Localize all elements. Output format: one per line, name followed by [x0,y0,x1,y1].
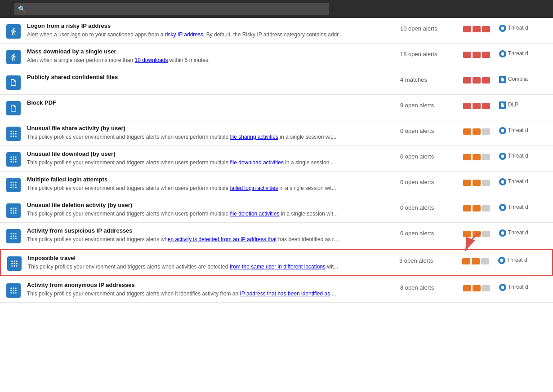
svg-point-8 [15,136,17,137]
svg-point-3 [10,131,12,132]
policy-row[interactable]: Block PDF 9 open alerts DLP [0,95,553,120]
svg-point-19 [13,185,14,186]
threat-icon [499,153,506,160]
policy-severity [463,48,499,64]
policy-description: This policy profiles your environment an… [27,133,391,141]
policy-icon-cell [0,99,27,115]
policy-alerts: 0 open alerts [400,176,463,192]
policy-icon-cell [0,176,27,192]
policy-row[interactable]: Unusual file deletion activity (by user)… [0,197,553,223]
policy-severity [463,74,499,90]
svg-point-61 [10,292,12,294]
policy-type: Threat d [499,227,553,243]
svg-point-24 [10,187,12,188]
svg-point-28 [13,210,14,211]
svg-point-47 [14,263,15,264]
svg-point-45 [15,238,17,239]
policy-row[interactable]: Activity from suspicious IP addresses Th… [0,223,553,248]
policy-type-label: Threat d [508,153,528,159]
policy-icon-cell [0,48,27,64]
policy-type-label: Threat d [508,50,528,57]
search-input[interactable] [14,3,329,15]
policy-name[interactable]: Multiple failed login attempts [27,176,391,183]
svg-point-26 [15,187,17,188]
policy-row[interactable]: Impossible travel This policy profiles y… [0,249,553,276]
svg-point-32 [15,207,17,209]
policy-alerts: 8 open alerts [400,282,463,298]
policy-icon-cell [0,22,27,39]
svg-point-55 [10,290,12,291]
policy-content: Activity from anonymous IP addresses Thi… [27,282,400,298]
svg-point-46 [11,263,13,264]
policy-row[interactable]: Unusual file download (by user) This pol… [0,146,553,172]
policy-severity [463,176,499,192]
svg-point-59 [13,287,14,289]
svg-point-5 [15,131,17,132]
policy-name[interactable]: Impossible travel [28,255,390,261]
policy-content: Block PDF [27,99,400,115]
svg-point-57 [15,290,17,291]
policy-icon-cell [0,74,27,90]
svg-point-50 [14,260,15,262]
svg-point-37 [10,236,12,237]
policy-row[interactable]: Multiple failed login attempts This poli… [0,172,553,197]
policy-icon [6,203,21,218]
svg-point-53 [14,265,15,267]
policy-name[interactable]: Block PDF [27,99,391,106]
svg-point-0 [10,133,12,135]
svg-point-23 [15,182,17,183]
svg-point-30 [10,207,12,209]
policy-name[interactable]: Logon from a risky IP address [27,22,391,29]
svg-point-11 [15,159,17,160]
policy-row[interactable]: Mass download by a single user Alert whe… [0,44,553,69]
policy-name[interactable]: Unusual file download (by user) [27,150,391,157]
policy-name[interactable]: Unusual file share activity (by user) [27,125,391,132]
policy-type-label: Threat d [508,178,528,185]
policy-description: This policy profiles your environment an… [27,159,391,167]
policy-content: Multiple failed login attempts This poli… [27,176,400,192]
svg-point-6 [10,136,12,137]
policy-type: Threat d [499,282,553,298]
policy-icon [6,101,21,115]
policy-icon-cell [0,282,27,298]
policy-type-label: Threat d [507,257,527,263]
policy-row[interactable]: Activity from anonymous IP addresses Thi… [0,277,553,303]
policy-severity [463,227,499,243]
svg-point-52 [11,265,13,267]
svg-point-2 [15,133,17,135]
svg-point-48 [16,263,18,264]
policy-alerts: 10 open alerts [400,22,463,39]
policy-name[interactable]: Mass download by a single user [27,48,391,55]
policy-type: Threat d [499,48,553,64]
policy-content: Logon from a risky IP address Alert when… [27,22,400,39]
policy-name[interactable]: Activity from anonymous IP addresses [27,282,391,288]
policy-row[interactable]: Logon from a risky IP address Alert when… [0,18,553,44]
policy-type-label: Threat d [508,204,528,210]
svg-point-7 [13,136,14,137]
policy-name[interactable]: Publicly shared confidential files [27,74,391,80]
policy-icon [6,178,21,192]
policy-row[interactable]: Publicly shared confidential files 4 mat… [0,69,553,95]
policy-name[interactable]: Unusual file deletion activity (by user) [27,202,391,208]
policy-type: Complia [499,74,553,90]
svg-point-9 [10,159,12,160]
policy-row[interactable]: Unusual file share activity (by user) Th… [0,120,553,146]
policy-content: Impossible travel This policy profiles y… [28,255,399,271]
policy-type: DLP [499,99,553,115]
policy-description: This policy profiles your environment an… [27,185,391,192]
policy-alerts: 18 open alerts [400,48,463,64]
svg-point-49 [11,260,13,262]
svg-point-62 [13,292,14,294]
svg-point-51 [16,260,18,262]
svg-point-54 [16,265,18,267]
policy-alerts: 0 open alerts [400,202,463,218]
policy-name[interactable]: Activity from suspicious IP addresses [27,227,391,234]
svg-point-56 [13,290,14,291]
threat-icon [499,50,506,57]
svg-point-34 [13,212,14,214]
policy-icon [6,24,21,39]
dlp-icon [499,101,506,109]
svg-point-13 [13,156,14,158]
svg-point-10 [13,159,14,160]
policy-content: Unusual file download (by user) This pol… [27,150,400,167]
